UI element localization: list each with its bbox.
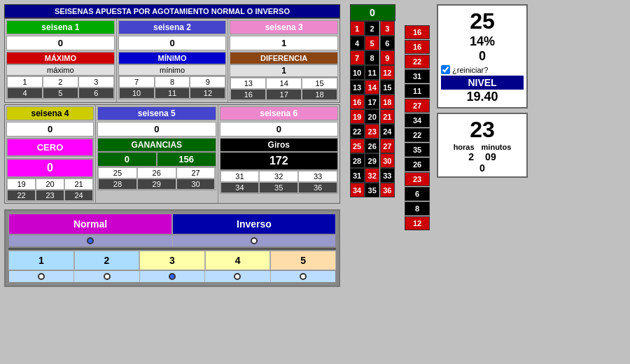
seisena1-count: 0	[6, 36, 115, 50]
h9: 35	[405, 143, 430, 157]
max-sublabel: máximo	[6, 64, 115, 76]
radio2-3-dot	[169, 273, 176, 280]
n32: 32	[259, 171, 298, 182]
n24: 24	[64, 190, 93, 201]
num-1[interactable]: 1	[8, 251, 74, 270]
r8: 8	[365, 50, 379, 65]
s4-grid: 19 20 21 22 23 24	[6, 178, 94, 202]
radio2-1[interactable]	[9, 271, 74, 282]
s3-grid: 13 14 15 16 17 18	[230, 77, 338, 101]
roulette-top: 0	[350, 4, 396, 21]
num-2[interactable]: 2	[74, 251, 140, 270]
seisena5-count: 0	[97, 122, 216, 136]
r32: 32	[365, 168, 379, 183]
r5: 5	[365, 36, 379, 50]
radio2-5-dot	[300, 273, 307, 280]
n17: 17	[266, 89, 302, 100]
num-3[interactable]: 3	[139, 251, 205, 270]
n30: 30	[176, 178, 216, 190]
highlight-col: 16 16 22 31 11 27 34 22 35 26 23 6 8 12	[405, 25, 433, 360]
r7: 7	[350, 50, 365, 65]
far-right-panel: 25 14% 0 ¿reiniciar? NIVEL 19.40 23 hora…	[437, 4, 528, 360]
n15: 15	[302, 78, 337, 89]
n21: 21	[64, 178, 93, 190]
n34: 34	[220, 182, 260, 193]
seisena4-count: 0	[6, 122, 94, 136]
n36: 36	[298, 182, 337, 193]
min-val: 09	[485, 151, 496, 162]
stats-box: 25 14% 0 ¿reiniciar? NIVEL 19.40	[437, 4, 528, 108]
timer-big: 23	[441, 117, 524, 143]
n26: 26	[137, 167, 176, 178]
n18: 18	[302, 89, 337, 100]
roulette-col: 0 1 2 3 4 5 6 7 8 9 10	[350, 4, 396, 197]
r22: 22	[350, 124, 365, 139]
ganancias-label: GANANCIAS	[97, 138, 216, 152]
radio-normal-dot	[87, 237, 94, 244]
r34: 34	[350, 183, 365, 197]
n35: 35	[259, 182, 298, 193]
num-4[interactable]: 4	[205, 251, 271, 270]
radio2-2-dot	[104, 273, 111, 280]
stat-percent: 14%	[441, 34, 524, 49]
n6: 6	[78, 88, 114, 99]
r10: 10	[350, 65, 365, 80]
reiniciar-checkbox[interactable]	[441, 65, 450, 74]
ganancias-val2: 156	[157, 152, 216, 167]
r33: 33	[380, 168, 395, 183]
seisena6-count: 0	[220, 122, 339, 136]
r25: 25	[350, 139, 365, 153]
num-row-bottom: 1 2 3 4 5	[8, 251, 336, 270]
r6: 6	[380, 36, 395, 50]
ganancias-val1: 0	[97, 152, 157, 167]
r14: 14	[365, 80, 379, 94]
min-sublabel: mínimo	[118, 64, 227, 76]
s6-grid: 31 32 33 34 35 36	[220, 170, 339, 194]
n29: 29	[137, 178, 176, 190]
radio-normal[interactable]	[9, 235, 173, 246]
r30: 30	[380, 153, 395, 168]
radio2-2[interactable]	[74, 271, 139, 282]
mode-normal[interactable]: Normal	[8, 214, 172, 234]
num-5[interactable]: 5	[270, 251, 336, 270]
n33: 33	[298, 171, 337, 182]
n13: 13	[230, 78, 266, 89]
n14: 14	[266, 78, 302, 89]
n23: 23	[36, 190, 64, 201]
minutos-label: minutos	[482, 143, 512, 151]
r13: 13	[350, 80, 365, 94]
stat-zero: 0	[441, 49, 524, 64]
n7: 7	[119, 76, 155, 88]
r17: 17	[365, 94, 379, 109]
radio2-4-dot	[234, 273, 241, 280]
n10: 10	[119, 88, 155, 99]
mode-inverso[interactable]: Inverso	[172, 214, 336, 234]
seisena2-label: seisena 2	[118, 20, 227, 34]
n12: 12	[190, 88, 225, 99]
radio-inverso[interactable]	[173, 235, 336, 246]
radio2-4[interactable]	[205, 271, 270, 282]
h5: 11	[405, 84, 430, 98]
n22: 22	[7, 190, 36, 201]
n5: 5	[43, 88, 78, 99]
n8: 8	[155, 76, 190, 88]
n4: 4	[7, 88, 43, 99]
r31: 31	[350, 168, 365, 183]
minimo-header: MÍNIMO	[118, 52, 227, 64]
r21: 21	[380, 109, 395, 124]
n16: 16	[230, 89, 266, 100]
h3: 22	[405, 55, 430, 69]
r18: 18	[380, 94, 395, 109]
r4: 4	[350, 36, 365, 50]
n28: 28	[98, 178, 137, 190]
cero-val: 0	[6, 158, 94, 178]
nivel-label: NIVEL	[441, 76, 524, 90]
cero-label: CERO	[6, 138, 94, 157]
n19: 19	[7, 178, 36, 190]
dif-val: 1	[230, 64, 338, 77]
timer-vals: 2 09	[441, 151, 524, 162]
radio2-5[interactable]	[271, 271, 335, 282]
radio2-3[interactable]	[140, 271, 205, 282]
reiniciar-row: ¿reiniciar?	[441, 64, 524, 76]
reiniciar-label: ¿reiniciar?	[452, 66, 488, 74]
